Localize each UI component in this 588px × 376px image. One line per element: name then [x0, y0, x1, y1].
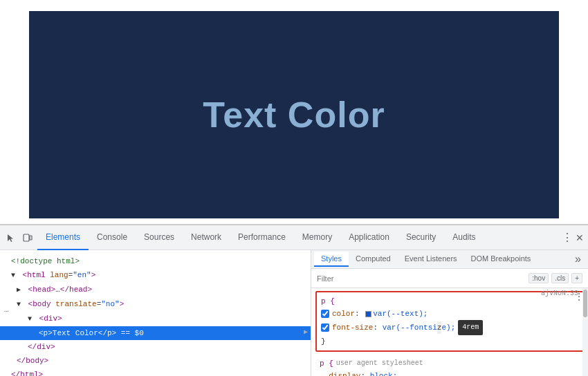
dom-scroll-arrow: ▶: [304, 328, 308, 336]
dom-line-close-div: </div>: [0, 340, 311, 354]
rule1-fontsize-property[interactable]: font-size : var(--fontsize); 4rem: [321, 320, 578, 335]
tab-sources[interactable]: Sources: [136, 225, 183, 250]
devtools-content: … <!doctype html> ▼ <html lang="en"> ▶ <…: [0, 250, 588, 376]
add-style-button[interactable]: +: [571, 273, 582, 283]
rule1-fontsize-checkbox[interactable]: [321, 323, 329, 332]
tab-audits[interactable]: Audits: [444, 225, 484, 250]
devtools-toolbar: Elements Console Sources Network Perform…: [0, 225, 588, 250]
dom-line-doctype: <!doctype html>: [0, 254, 311, 268]
dom-line-head: ▶ <head>…</head>: [0, 283, 311, 297]
devtools-tabs: Elements Console Sources Network Perform…: [37, 225, 562, 250]
tab-elements[interactable]: Elements: [37, 225, 89, 250]
device-icon[interactable]: [21, 231, 35, 245]
tab-security[interactable]: Security: [398, 225, 444, 250]
fontsize-tooltip: 4rem: [458, 320, 483, 335]
dom-panel: … <!doctype html> ▼ <html lang="en"> ▶ <…: [0, 250, 311, 376]
svg-rect-1: [30, 236, 32, 240]
styles-subtabs: Styles Computed Event Listeners DOM Brea…: [311, 250, 588, 269]
user-agent-label: user agent stylesheet: [336, 357, 423, 370]
dom-line-close-html: </html>: [0, 368, 311, 376]
subtab-event-listeners[interactable]: Event Listeners: [398, 252, 464, 267]
tab-memory[interactable]: Memory: [294, 225, 340, 250]
tab-performance[interactable]: Performance: [230, 225, 294, 250]
style-rule-box-2: p { user agent stylesheet display : bloc…: [315, 355, 584, 376]
tab-application[interactable]: Application: [340, 225, 398, 250]
subtab-dom-breakpoints[interactable]: DOM Breakpoints: [464, 252, 538, 267]
hov-button[interactable]: :hov: [529, 273, 549, 283]
more-options-icon[interactable]: ⋮: [562, 231, 573, 244]
subtab-computed[interactable]: Computed: [349, 252, 398, 267]
dom-line-div: ▼ <div>: [0, 312, 311, 326]
cursor-icon[interactable]: [4, 231, 18, 245]
rule2-display-property: display : block;: [320, 370, 580, 376]
cls-button[interactable]: .cls: [551, 273, 569, 283]
dom-line-close-body: </body>: [0, 354, 311, 368]
browser-window: Text Color Elements: [0, 0, 588, 376]
rule1-close: }: [321, 335, 578, 348]
styles-more-icon[interactable]: »: [571, 250, 585, 268]
color-swatch[interactable]: [365, 311, 371, 317]
dom-line-body: ▼ <body translate="no">: [0, 297, 311, 312]
style-rule-box-1: ⋮ p { color : var(--text);: [315, 291, 584, 352]
scrollbar-thumb[interactable]: [583, 290, 587, 317]
rule2-selector: p { user agent stylesheet: [320, 357, 580, 370]
filter-bar: :hov .cls +: [311, 269, 588, 288]
dom-line-html: ▼ <html lang="en">: [0, 268, 311, 283]
rule1-color-checkbox[interactable]: [321, 310, 329, 318]
rule1-color-property[interactable]: color : var(--text);: [321, 308, 578, 320]
close-devtools-icon[interactable]: ✕: [576, 232, 584, 243]
webpage-preview: Text Color: [29, 11, 559, 218]
dom-line-p-selected[interactable]: <p>Text Color</p> == $0: [0, 326, 311, 340]
page-title: Text Color: [203, 94, 385, 135]
scrollbar[interactable]: [582, 288, 588, 376]
toolbar-right-icons: ⋮ ✕: [562, 231, 584, 244]
dom-scroll-dots: …: [4, 306, 9, 314]
filter-input[interactable]: [317, 274, 529, 283]
tab-console[interactable]: Console: [89, 225, 136, 250]
tab-network[interactable]: Network: [183, 225, 230, 250]
filter-buttons: :hov .cls +: [529, 273, 582, 283]
rule1-selector: p {: [321, 295, 578, 308]
styles-panel: Styles Computed Event Listeners DOM Brea…: [311, 250, 588, 376]
svg-rect-0: [24, 234, 29, 241]
styles-content: ajvNoN:33 ⋮ p { color : v: [311, 288, 588, 376]
devtools-panel: Elements Console Sources Network Perform…: [0, 224, 588, 376]
subtab-styles[interactable]: Styles: [314, 252, 349, 267]
